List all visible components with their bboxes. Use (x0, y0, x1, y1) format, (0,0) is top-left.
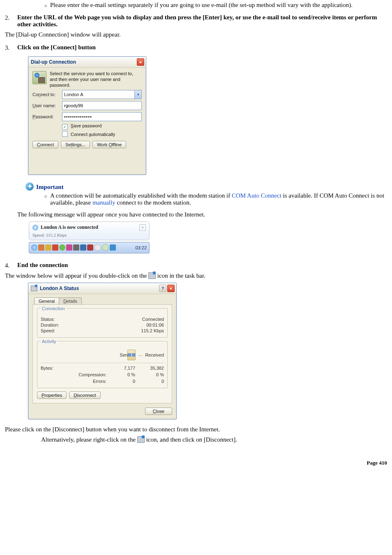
chevron-down-icon[interactable]: ▾ (134, 90, 141, 99)
tab-general[interactable]: General (34, 297, 59, 304)
step-2-after: The [Dial-up Connection] window will app… (5, 31, 387, 38)
close-button[interactable]: Close (145, 408, 172, 415)
password-input[interactable] (62, 112, 142, 121)
dialog-titlebar[interactable]: Dial-up Connection × (28, 57, 146, 68)
username-label: User name: (32, 103, 62, 108)
com-auto-connect-link[interactable]: COM Auto Connect (232, 192, 281, 199)
tray-icon (66, 244, 72, 251)
step-number: 3. (5, 44, 17, 51)
manually-link[interactable]: manually (92, 199, 115, 206)
step-4-title: End the connection (17, 262, 387, 269)
properties-button[interactable]: Properties (37, 391, 67, 399)
step-4-line3: Alternatively, please right-click on the… (41, 436, 387, 443)
speed-value: 115.2 Kbps (141, 328, 164, 333)
connect-auto-checkbox[interactable]: Connect automatically (62, 131, 142, 137)
close-icon[interactable]: × (137, 58, 144, 66)
bullet-marker: ○ (41, 192, 50, 200)
taskbar-clock: 03:22 (135, 245, 148, 250)
step-2-title: Enter the URL of the Web page you wish t… (17, 14, 387, 28)
taskbar: 03:22 (29, 242, 150, 253)
checkbox-unchecked-icon (62, 131, 68, 137)
tray-icon (38, 244, 44, 251)
tray-icon (45, 244, 51, 251)
connection-toast-screenshot: i London A is now connected × Speed: 115… (28, 221, 150, 254)
tray-icon (87, 244, 93, 251)
step-3-title: Click on the [Connect] button (17, 44, 387, 51)
username-input[interactable] (62, 101, 142, 110)
tab-details[interactable]: Details (59, 297, 82, 304)
duration-value: 00:01:06 (146, 322, 164, 327)
bytes-received: 35,382 (135, 365, 164, 371)
step-4-line1: The window below will appear if you doub… (5, 272, 387, 279)
dialog-title: Dial-up Connection (31, 59, 76, 65)
tray-icon (80, 244, 86, 251)
network-icon (32, 71, 46, 84)
step-4-line2: Please click on the [Disconnect] button … (5, 426, 387, 433)
important-text: A connection will be automatically estab… (50, 192, 387, 206)
compression-received: 0 % (135, 371, 164, 378)
toast-title: London A is now connected (41, 224, 98, 230)
connect-to-select[interactable]: London A ▾ (62, 90, 142, 99)
post-important-text: The following message will appear once y… (17, 211, 387, 218)
dialog-title: London A Status (40, 286, 79, 291)
tray-icon (102, 244, 109, 251)
tray-icon (110, 244, 116, 251)
errors-label: Errors: (41, 378, 106, 385)
dash-icon: — (138, 352, 143, 357)
connect-to-label: Connect to: (32, 92, 62, 97)
received-header: Received (145, 352, 164, 357)
connect-to-value: London A (64, 92, 134, 97)
network-mini-icon (31, 286, 37, 291)
connection-tray-icon (148, 272, 156, 279)
tray-icon (73, 244, 79, 251)
work-offline-button[interactable]: Work Offline (92, 141, 126, 148)
status-value: Connected (142, 317, 164, 322)
help-icon[interactable]: ? (159, 285, 166, 292)
connection-tray-icon (137, 436, 145, 443)
info-icon: i (32, 225, 38, 230)
connection-group-label: Connection (41, 306, 66, 311)
speed-label: Speed: (41, 328, 141, 333)
compression-sent: 0 % (106, 371, 135, 378)
connect-button[interactable]: Connect (32, 141, 58, 148)
settings-button[interactable]: Settings... (61, 141, 90, 148)
email-note: Please enter the e-mail settings separat… (50, 2, 387, 9)
tray-icon (31, 244, 37, 251)
activity-group-label: Activity (41, 339, 58, 344)
checkbox-checked-icon: ✓ (62, 124, 68, 130)
step-number: 4. (5, 262, 17, 269)
errors-sent: 0 (106, 378, 135, 385)
tray-icon (52, 244, 58, 251)
save-password-checkbox[interactable]: ✓ Save password (62, 123, 142, 130)
tray-icon (94, 244, 101, 251)
page-number: Page 410 (5, 460, 387, 466)
dialog-titlebar[interactable]: London A Status ? × (28, 283, 176, 294)
status-label: Status: (41, 317, 142, 322)
dialup-connection-dialog: Dial-up Connection × Select the service … (28, 56, 146, 175)
important-heading: Important (36, 184, 64, 191)
close-icon[interactable]: × (167, 285, 175, 292)
activity-icon (127, 350, 136, 360)
bullet-marker: ○ (41, 2, 50, 9)
password-label: Password: (32, 114, 62, 119)
duration-label: Duration: (41, 322, 146, 327)
dialog-intro: Select the service you want to connect t… (50, 71, 142, 88)
bytes-sent: 7,177 (106, 365, 135, 371)
step-number: 2. (5, 14, 17, 21)
compression-label: Compression: (41, 371, 106, 378)
bytes-label: Bytes: (41, 365, 106, 371)
errors-received: 0 (135, 378, 164, 385)
tray-icon (59, 244, 65, 251)
disconnect-button[interactable]: Disconnect (69, 391, 100, 399)
important-icon: ✦ (25, 182, 34, 191)
close-icon[interactable]: × (139, 224, 146, 231)
toast-subtitle: Speed: 115.2 Kbps (32, 233, 146, 237)
connection-status-dialog: London A Status ? × General Details Conn… (28, 283, 177, 419)
